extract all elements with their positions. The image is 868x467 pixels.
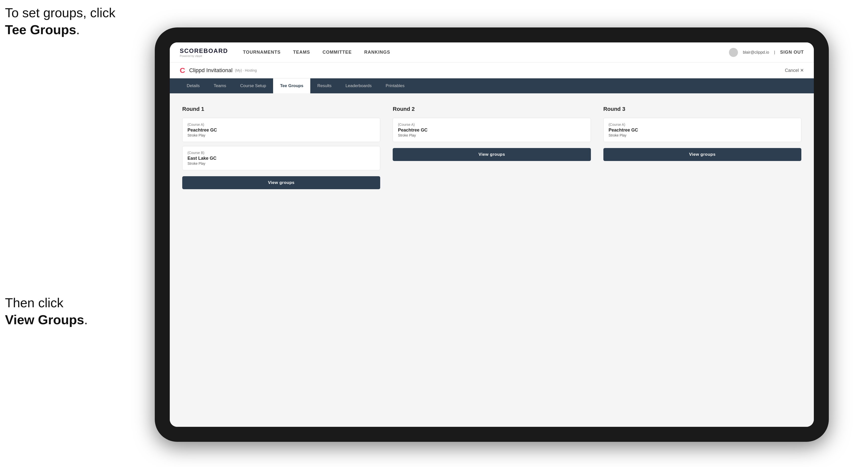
sign-out-button[interactable]: Sign out [780, 48, 804, 57]
tab-results[interactable]: Results [310, 79, 339, 93]
sub-header-logo: C [180, 66, 185, 74]
cancel-x-icon: ✕ [800, 68, 804, 73]
round-3-view-groups-button[interactable]: View groups [603, 148, 801, 161]
round-1-course-b-label: (Course B) [187, 151, 375, 155]
main-content: Round 1 (Course A) Peachtree GC Stroke P… [170, 93, 814, 427]
round-3-column: Round 3 (Course A) Peachtree GC Stroke P… [603, 106, 801, 189]
round-1-course-a-card: (Course A) Peachtree GC Stroke Play [182, 118, 380, 142]
sub-header-title: Clippd Invitational [189, 67, 232, 74]
nav-separator: | [774, 50, 775, 55]
logo-sub: Powered by clippit [180, 54, 228, 57]
top-nav: SCOREBOARD Powered by clippit TOURNAMENT… [170, 42, 814, 62]
tab-details[interactable]: Details [180, 79, 207, 93]
round-2-course-a-label: (Course A) [398, 123, 585, 127]
cancel-button[interactable]: Cancel ✕ [785, 68, 804, 73]
round-1-course-a-type: Stroke Play [187, 133, 375, 137]
sub-header: C Clippd Invitational (My) · Hosting Can… [170, 62, 814, 79]
tab-bar: Details Teams Course Setup Tee Groups Re… [170, 79, 814, 93]
round-3-course-a-card: (Course A) Peachtree GC Stroke Play [603, 118, 801, 142]
round-1-course-b-card: (Course B) East Lake GC Stroke Play [182, 146, 380, 170]
round-2-course-a-type: Stroke Play [398, 133, 585, 137]
nav-links: TOURNAMENTS TEAMS COMMITTEE RANKINGS [243, 48, 729, 57]
round-2-column: Round 2 (Course A) Peachtree GC Stroke P… [393, 106, 591, 189]
round-2-course-a-card: (Course A) Peachtree GC Stroke Play [393, 118, 591, 142]
round-3-course-a-name: Peachtree GC [609, 128, 796, 133]
instruction-top: To set groups, click Tee Groups. [5, 4, 115, 38]
tab-printables[interactable]: Printables [379, 79, 412, 93]
logo-scoreboard: SCOREBOARD [180, 48, 228, 54]
round-3-course-a-type: Stroke Play [609, 133, 796, 137]
nav-committee[interactable]: COMMITTEE [322, 48, 352, 57]
tablet-device: SCOREBOARD Powered by clippit TOURNAMENT… [155, 27, 829, 442]
round-1-course-b-name: East Lake GC [187, 156, 375, 161]
instruction-top-line2: Tee Groups [5, 23, 76, 37]
nav-teams[interactable]: TEAMS [293, 48, 310, 57]
nav-tournaments[interactable]: TOURNAMENTS [243, 48, 281, 57]
rounds-grid: Round 1 (Course A) Peachtree GC Stroke P… [182, 106, 801, 189]
round-3-title: Round 3 [603, 106, 801, 112]
instruction-bottom-line1: Then click [5, 295, 63, 310]
instruction-bottom: Then click View Groups. [5, 294, 88, 328]
logo-text: SCOREBOARD [180, 48, 228, 54]
instruction-top-line1: To set groups, click [5, 5, 115, 20]
nav-rankings[interactable]: RANKINGS [364, 48, 390, 57]
tablet-screen: SCOREBOARD Powered by clippit TOURNAMENT… [170, 42, 814, 427]
tab-tee-groups[interactable]: Tee Groups [273, 79, 310, 93]
round-1-view-groups-button[interactable]: View groups [182, 176, 380, 189]
tab-course-setup[interactable]: Course Setup [233, 79, 273, 93]
tab-teams[interactable]: Teams [207, 79, 233, 93]
round-1-course-b-type: Stroke Play [187, 161, 375, 165]
nav-avatar [729, 48, 738, 57]
round-2-title: Round 2 [393, 106, 591, 112]
round-1-course-a-label: (Course A) [187, 123, 375, 127]
round-1-title: Round 1 [182, 106, 380, 112]
nav-email: blair@clippd.io [743, 50, 769, 55]
nav-right: blair@clippd.io | Sign out [729, 48, 804, 57]
round-3-course-a-label: (Course A) [609, 123, 796, 127]
tab-leaderboards[interactable]: Leaderboards [339, 79, 379, 93]
instruction-bottom-line2: View Groups [5, 312, 84, 327]
round-1-column: Round 1 (Course A) Peachtree GC Stroke P… [182, 106, 380, 189]
sub-header-badge: (My) · Hosting [235, 68, 257, 72]
round-2-view-groups-button[interactable]: View groups [393, 148, 591, 161]
round-2-course-a-name: Peachtree GC [398, 128, 585, 133]
round-1-course-a-name: Peachtree GC [187, 128, 375, 133]
logo-area: SCOREBOARD Powered by clippit [180, 48, 228, 57]
